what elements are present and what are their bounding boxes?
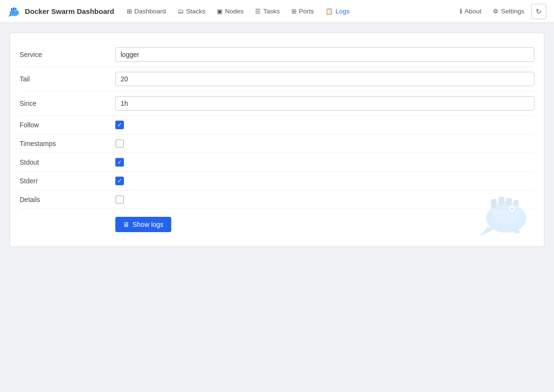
svg-rect-4	[11, 8, 12, 10]
follow-checkbox[interactable]	[115, 121, 124, 129]
stderr-label: Stderr	[20, 177, 115, 185]
svg-point-3	[15, 10, 16, 11]
about-label: About	[465, 8, 481, 15]
nav-item-nodes[interactable]: ▣ Nodes	[212, 5, 248, 18]
nav-item-about[interactable]: ℹ About	[455, 5, 486, 18]
main-content: Service Tail Since Follow	[0, 23, 554, 257]
svg-rect-13	[506, 198, 512, 205]
gear-icon: ⚙	[493, 8, 499, 15]
ports-icon: ⊞	[291, 8, 297, 15]
navbar-right: ℹ About ⚙ Settings ↻	[455, 4, 546, 19]
app-brand: Docker Swarm Dashboard	[8, 5, 114, 18]
svg-rect-14	[514, 200, 519, 206]
show-logs-label: Show logs	[133, 221, 164, 228]
tasks-icon: ☰	[255, 8, 261, 15]
svg-rect-11	[491, 199, 497, 208]
nav-item-dashboard[interactable]: ⊞ Dashboard	[122, 5, 171, 18]
nav-label-ports: Ports	[299, 8, 314, 15]
nav-item-settings[interactable]: ⚙ Settings	[488, 5, 529, 18]
nav-label-stacks: Stacks	[186, 8, 206, 15]
stdout-checkbox-wrapper	[115, 158, 124, 167]
details-checkbox-wrapper	[115, 195, 124, 204]
stderr-checkbox[interactable]	[115, 177, 124, 185]
timestamps-checkbox-wrapper	[115, 139, 124, 148]
nav-label-nodes: Nodes	[225, 8, 244, 15]
show-logs-icon: 🖥	[123, 221, 130, 228]
svg-rect-5	[13, 7, 14, 9]
service-input[interactable]	[115, 47, 534, 62]
follow-checkbox-wrapper	[115, 121, 124, 129]
svg-rect-12	[499, 197, 504, 205]
timestamps-label: Timestamps	[20, 140, 115, 147]
svg-point-10	[510, 207, 513, 210]
stacks-icon: 🗂	[177, 8, 184, 15]
since-label: Since	[20, 100, 115, 107]
nav-label-tasks: Tasks	[263, 8, 280, 15]
refresh-button[interactable]: ↻	[531, 4, 546, 19]
whale-logo-icon	[8, 5, 21, 18]
show-logs-button[interactable]: 🖥 Show logs	[115, 217, 171, 232]
details-row: Details	[20, 190, 534, 209]
stderr-checkbox-wrapper	[115, 177, 124, 185]
logs-form-card: Service Tail Since Follow	[10, 33, 544, 247]
stdout-checkbox[interactable]	[115, 158, 124, 167]
follow-row: Follow	[20, 116, 534, 134]
info-icon: ℹ	[460, 8, 462, 15]
nav-item-ports[interactable]: ⊞ Ports	[287, 5, 319, 18]
details-label: Details	[20, 196, 115, 203]
dashboard-icon: ⊞	[127, 8, 132, 15]
navbar: Docker Swarm Dashboard ⊞ Dashboard 🗂 Sta…	[0, 0, 554, 23]
form-body: Service Tail Since Follow	[10, 33, 544, 246]
since-input[interactable]	[115, 96, 534, 111]
watermark-whale	[477, 190, 535, 237]
tail-label: Tail	[20, 75, 115, 83]
stderr-row: Stderr	[20, 172, 534, 190]
stdout-row: Stdout	[20, 153, 534, 172]
settings-label: Settings	[501, 8, 524, 15]
svg-rect-6	[15, 8, 16, 9]
nav-item-logs[interactable]: 📋 Logs	[321, 5, 354, 18]
service-label: Service	[20, 51, 115, 58]
follow-label: Follow	[20, 121, 115, 129]
timestamps-checkbox[interactable]	[115, 139, 124, 148]
details-checkbox[interactable]	[115, 195, 124, 204]
service-row: Service	[20, 43, 534, 67]
since-row: Since	[20, 91, 534, 116]
nav-label-dashboard: Dashboard	[134, 8, 166, 15]
nav-item-stacks[interactable]: 🗂 Stacks	[173, 5, 211, 18]
tail-row: Tail	[20, 67, 534, 91]
tail-input[interactable]	[115, 72, 534, 86]
nav-item-tasks[interactable]: ☰ Tasks	[250, 5, 285, 18]
logs-icon: 📋	[325, 8, 333, 15]
nodes-icon: ▣	[217, 8, 222, 15]
submit-row: 🖥 Show logs	[20, 209, 534, 237]
nav-label-logs: Logs	[335, 8, 349, 15]
timestamps-row: Timestamps	[20, 134, 534, 153]
brand-label: Docker Swarm Dashboard	[25, 7, 114, 15]
stdout-label: Stdout	[20, 158, 115, 166]
